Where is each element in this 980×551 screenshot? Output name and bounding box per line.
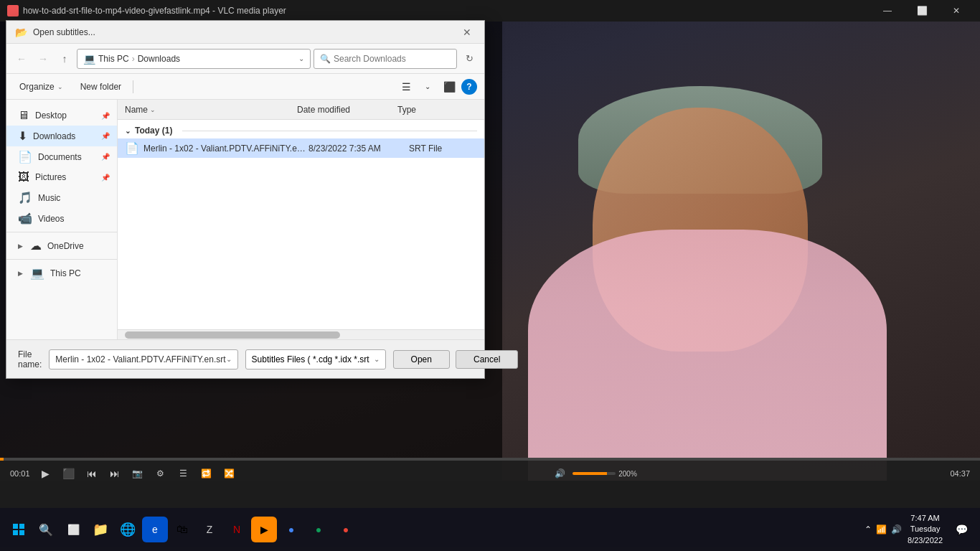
sidebar-item-downloads[interactable]: ⬇ Downloads 📌 xyxy=(6,126,117,146)
playlist-button[interactable]: ☰ xyxy=(174,463,194,484)
preview-pane-button[interactable]: ⬛ xyxy=(440,77,458,96)
sidebar-item-documents[interactable]: 📄 Documents 📌 xyxy=(6,146,117,167)
file-row-srt[interactable]: 📄 Merlin - 1x02 - Valiant.PDTV.AFFiNiTY.… xyxy=(118,138,484,158)
clock-time: 7:47 AM xyxy=(908,513,943,524)
clock-date: 8/23/2022 xyxy=(908,535,943,546)
volume-slider[interactable] xyxy=(573,472,616,475)
progress-bar[interactable] xyxy=(0,458,980,461)
sidebar-item-videos[interactable]: 📹 Videos xyxy=(6,208,117,229)
sidebar-item-music[interactable]: 🎵 Music xyxy=(6,187,117,208)
new-folder-button[interactable]: New folder xyxy=(75,80,127,94)
stop-button[interactable]: ⬛ xyxy=(59,463,79,484)
extra-btn1[interactable]: Z xyxy=(197,517,222,542)
maximize-button[interactable]: ⬜ xyxy=(905,0,938,22)
up-button[interactable]: ↑ xyxy=(55,50,74,68)
breadcrumb-bar[interactable]: 💻 This PC › Downloads ⌄ xyxy=(77,49,311,69)
extra-btn2[interactable]: N xyxy=(224,517,250,542)
network-icon[interactable]: 📶 xyxy=(876,524,887,534)
group-today[interactable]: ⌄ Today (1) xyxy=(118,123,484,138)
sidebar-item-thispc[interactable]: ▶ 💻 This PC xyxy=(6,263,117,283)
action-buttons: Open Cancel xyxy=(393,350,519,369)
equalizer-button[interactable]: ⚙ xyxy=(151,463,171,484)
notification-button[interactable]: 💬 xyxy=(948,517,974,542)
toolbar-separator xyxy=(133,80,133,93)
svg-rect-3 xyxy=(19,530,24,535)
scrollbar-thumb[interactable] xyxy=(125,331,340,339)
sidebar-item-desktop[interactable]: 🖥 Desktop 📌 xyxy=(6,105,117,126)
search-input[interactable] xyxy=(334,54,451,64)
horizontal-scrollbar[interactable] xyxy=(118,329,484,339)
view-options-button[interactable]: ☰ xyxy=(397,77,415,96)
sidebar: 🖥 Desktop 📌 ⬇ Downloads 📌 📄 Documents 📌 … xyxy=(6,100,118,339)
time-current: 00:01 xyxy=(10,469,30,478)
group-separator xyxy=(182,131,477,131)
sidebar-label-pictures: Pictures xyxy=(35,172,66,182)
filename-label: File name: xyxy=(18,349,42,369)
col-type-label: Type xyxy=(397,105,416,115)
music-icon: 🎵 xyxy=(18,191,32,204)
file-list: ⌄ Today (1) 📄 Merlin - 1x02 - Valiant.PD… xyxy=(118,120,484,329)
browser-button[interactable]: 🌐 xyxy=(115,517,141,542)
edge-button[interactable]: e xyxy=(142,517,168,542)
search-icon: 🔍 xyxy=(320,54,331,64)
filename-input[interactable]: Merlin - 1x02 - Valiant.PDTV.AFFiNiTY.en… xyxy=(49,349,237,369)
thispc-icon: 💻 xyxy=(30,266,44,280)
dialog-close-button[interactable]: ✕ xyxy=(458,24,476,41)
chrome-btn1[interactable]: ● xyxy=(278,517,304,542)
minimize-button[interactable]: — xyxy=(871,0,904,22)
organize-button[interactable]: Organize ⌄ xyxy=(14,80,69,94)
sidebar-item-pictures[interactable]: 🖼 Pictures 📌 xyxy=(6,167,117,187)
svg-rect-0 xyxy=(13,524,18,529)
pictures-icon: 🖼 xyxy=(18,171,29,184)
window-title: how-to-add-srt-file-to-mp4-video-givefas… xyxy=(23,6,871,16)
chrome-btn3[interactable]: ● xyxy=(333,517,359,542)
col-header-type[interactable]: Type xyxy=(397,105,477,115)
filetype-select[interactable]: Subtitles Files ( *.cdg *.idx *.srt ⌄ xyxy=(245,349,386,369)
breadcrumb-chevron[interactable]: ⌄ xyxy=(298,55,304,62)
chrome-btn2[interactable]: ● xyxy=(306,517,331,542)
volume-taskbar-icon[interactable]: 🔊 xyxy=(891,524,902,534)
search-box[interactable]: 🔍 xyxy=(314,49,457,69)
snapshot-button[interactable]: 📷 xyxy=(128,463,148,484)
filetype-chevron: ⌄ xyxy=(374,355,380,363)
body-shape xyxy=(528,230,887,481)
onedrive-icon: ☁ xyxy=(30,239,42,253)
search-taskbar-button[interactable]: 🔍 xyxy=(33,517,59,542)
next-button[interactable]: ⏭ xyxy=(105,463,125,484)
open-button[interactable]: Open xyxy=(393,350,450,369)
help-button[interactable]: ? xyxy=(461,79,477,95)
new-folder-label: New folder xyxy=(80,82,121,92)
progress-fill xyxy=(0,458,4,461)
breadcrumb-pc: This PC xyxy=(98,54,129,64)
vlc-taskbar[interactable]: ▶ xyxy=(251,517,277,542)
dialog-titlebar: 📂 Open subtitles... ✕ xyxy=(6,21,484,44)
sidebar-item-onedrive[interactable]: ▶ ☁ OneDrive xyxy=(6,235,117,256)
task-view-button[interactable]: ⬜ xyxy=(60,517,86,542)
filetype-value: Subtitles Files ( *.cdg *.idx *.srt xyxy=(252,354,369,364)
loop-button[interactable]: 🔁 xyxy=(197,463,217,484)
sidebar-label-desktop: Desktop xyxy=(35,110,67,121)
store-button[interactable]: 🛍 xyxy=(169,517,195,542)
forward-button[interactable]: → xyxy=(34,50,52,68)
start-button[interactable] xyxy=(6,517,32,542)
col-header-name[interactable]: Name ⌄ xyxy=(125,105,297,115)
back-button[interactable]: ← xyxy=(12,50,31,68)
time-total: 04:37 xyxy=(950,469,970,478)
documents-icon: 📄 xyxy=(18,150,32,164)
downloads-icon: ⬇ xyxy=(18,129,27,143)
view-chevron-button[interactable]: ⌄ xyxy=(418,77,437,96)
prev-button[interactable]: ⏮ xyxy=(82,463,102,484)
clock[interactable]: 7:47 AM Tuesday 8/23/2022 xyxy=(908,513,943,546)
col-header-date[interactable]: Date modified xyxy=(297,105,397,115)
address-bar: ← → ↑ 💻 This PC › Downloads ⌄ 🔍 ↻ xyxy=(6,44,484,74)
refresh-button[interactable]: ↻ xyxy=(460,50,479,68)
file-explorer-button[interactable]: 📁 xyxy=(88,517,113,542)
vlc-close-button[interactable]: ✕ xyxy=(940,0,973,22)
systray-chevron[interactable]: ⌃ xyxy=(864,524,872,534)
volume-icon[interactable]: 🔊 xyxy=(550,463,570,484)
cancel-button[interactable]: Cancel xyxy=(456,350,518,369)
play-button[interactable]: ▶ xyxy=(36,463,56,484)
vlc-controls-bar: 00:01 ▶ ⬛ ⏮ ⏭ 📷 ⚙ ☰ 🔁 🔀 🔊 200% 04:37 xyxy=(0,458,980,508)
shuffle-button[interactable]: 🔀 xyxy=(220,463,240,484)
file-name: Merlin - 1x02 - Valiant.PDTV.AFFiNiTY.en… xyxy=(143,143,308,154)
